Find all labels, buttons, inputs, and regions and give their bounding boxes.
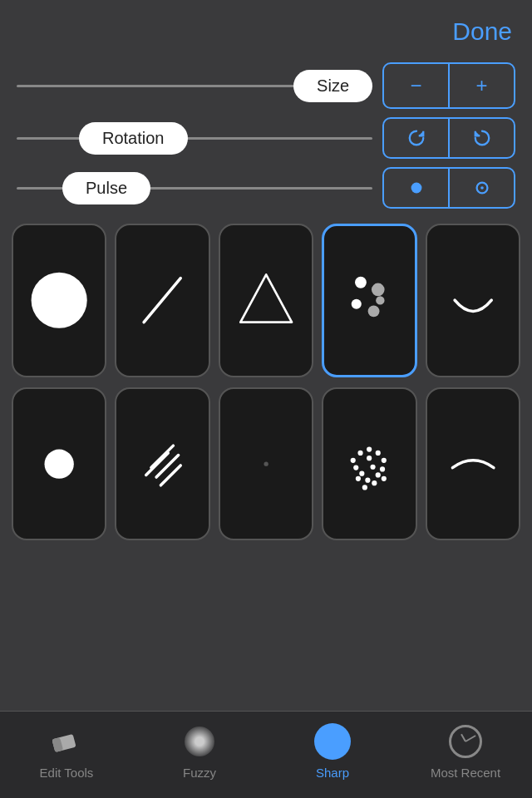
svg-point-28 xyxy=(376,472,381,477)
pulse-btn-group xyxy=(382,167,515,209)
svg-point-20 xyxy=(376,450,381,455)
svg-point-25 xyxy=(371,464,376,469)
svg-point-22 xyxy=(367,456,372,461)
edit-tools-icon xyxy=(47,722,86,761)
tab-sharp[interactable]: Sharp xyxy=(266,722,399,780)
rotation-label: Rotation xyxy=(79,122,188,155)
svg-line-4 xyxy=(145,278,181,323)
svg-point-18 xyxy=(367,446,372,451)
shape-card-circle-filled[interactable] xyxy=(12,224,106,377)
size-label: Size xyxy=(293,70,372,102)
svg-point-19 xyxy=(358,450,363,455)
fuzzy-icon xyxy=(180,722,219,761)
svg-point-29 xyxy=(366,477,371,482)
svg-point-11 xyxy=(45,449,74,478)
svg-point-9 xyxy=(368,305,380,317)
tab-fuzzy[interactable]: Fuzzy xyxy=(133,722,266,780)
svg-point-8 xyxy=(352,299,362,309)
svg-point-32 xyxy=(382,475,387,480)
shape-card-triangle[interactable] xyxy=(219,224,313,377)
svg-point-0 xyxy=(411,183,421,194)
svg-point-30 xyxy=(356,475,361,480)
rotation-slider-area[interactable]: Rotation xyxy=(17,122,372,155)
svg-point-7 xyxy=(372,283,385,296)
svg-point-27 xyxy=(359,470,364,475)
svg-point-21 xyxy=(351,457,356,462)
shape-card-empty[interactable] xyxy=(219,387,313,541)
controls-panel: Size − + Rotation xyxy=(0,62,532,209)
pulse-dot-button[interactable] xyxy=(384,169,450,207)
tab-edit-tools[interactable]: Edit Tools xyxy=(0,722,133,780)
rotation-cw-button[interactable] xyxy=(384,119,450,157)
size-plus-button[interactable]: + xyxy=(450,64,514,107)
rotation-btn-group xyxy=(382,117,515,159)
tab-sharp-label: Sharp xyxy=(316,766,349,780)
svg-point-31 xyxy=(372,480,377,485)
shape-card-dots-scatter[interactable] xyxy=(322,224,416,377)
svg-line-14 xyxy=(146,453,168,475)
size-control-row: Size − + xyxy=(17,62,515,109)
svg-point-10 xyxy=(376,296,384,304)
tab-bar: Edit Tools Fuzzy Sharp Most Recent xyxy=(0,711,532,798)
size-slider-area[interactable]: Size xyxy=(17,70,372,102)
pulse-control-row: Pulse xyxy=(17,167,515,209)
shape-card-dots-cluster[interactable] xyxy=(322,387,416,541)
rotation-ccw-button[interactable] xyxy=(450,119,514,157)
tab-edit-tools-label: Edit Tools xyxy=(40,766,94,780)
svg-point-24 xyxy=(353,465,358,470)
header: Done xyxy=(0,0,532,62)
shape-card-curve[interactable] xyxy=(426,387,520,541)
svg-point-2 xyxy=(480,186,484,190)
pulse-label: Pulse xyxy=(62,172,150,204)
rotation-slider-track xyxy=(17,137,372,140)
tab-most-recent[interactable]: Most Recent xyxy=(399,722,532,780)
rotation-control-row: Rotation xyxy=(17,117,515,159)
svg-point-33 xyxy=(362,485,367,490)
svg-point-23 xyxy=(382,457,387,462)
shape-grid-row1 xyxy=(0,224,532,377)
sharp-icon xyxy=(313,722,352,761)
tab-fuzzy-label: Fuzzy xyxy=(183,766,216,780)
most-recent-icon xyxy=(446,722,485,761)
svg-marker-5 xyxy=(240,274,292,322)
pulse-ring-button[interactable] xyxy=(450,169,514,207)
svg-point-26 xyxy=(380,466,385,471)
shape-card-smile[interactable] xyxy=(426,224,520,377)
done-button[interactable]: Done xyxy=(452,17,512,46)
svg-point-6 xyxy=(355,277,367,288)
shape-grid-row2 xyxy=(0,387,532,541)
pulse-slider-area[interactable]: Pulse xyxy=(17,172,372,204)
shape-card-small-circle[interactable] xyxy=(12,387,106,541)
tab-most-recent-label: Most Recent xyxy=(431,766,500,780)
svg-point-16 xyxy=(264,461,268,466)
size-btn-group: − + xyxy=(382,62,515,109)
shape-card-lines-diagonal[interactable] xyxy=(115,387,209,541)
svg-point-3 xyxy=(32,273,87,328)
shape-card-diagonal-line[interactable] xyxy=(115,224,209,377)
size-minus-button[interactable]: − xyxy=(384,64,450,107)
